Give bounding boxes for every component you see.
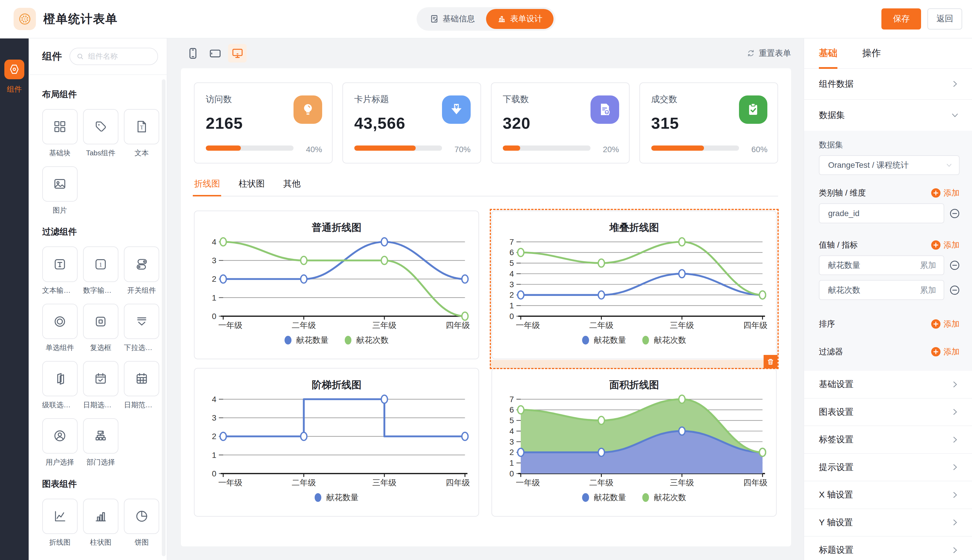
component-item[interactable]: 柱状图 [83,499,119,547]
component-item[interactable]: 基础块 [42,109,78,158]
legend-item[interactable]: 献花次数 [642,335,686,346]
svg-text:5: 5 [509,416,514,425]
settings-section[interactable]: 标题设置 [804,537,972,560]
settings-section[interactable]: X 轴设置 [804,481,972,509]
svg-text:2: 2 [212,432,216,441]
progress-bar [651,145,739,150]
back-button[interactable]: 返回 [927,8,962,30]
remove-metric-button[interactable] [950,260,960,270]
settings-section[interactable]: 基础设置 [804,371,972,398]
component-item[interactable]: Tabs组件 [83,109,119,158]
remove-dimension-button[interactable] [950,208,960,218]
trash-icon [767,358,774,366]
add-sort-button[interactable]: 添加 [931,318,960,330]
section-component-data[interactable]: 组件数据 [804,69,972,100]
reset-form-button[interactable]: 重置表单 [747,48,791,59]
metric-field-1[interactable]: 献花数量 累加 [819,255,944,275]
add-metric-button[interactable]: 添加 [931,240,960,250]
dimension-field[interactable]: grade_id [819,203,944,223]
rail-item-components[interactable] [4,60,24,80]
legend-item[interactable]: 献花数量 [284,335,329,346]
tab-basic[interactable]: 基础 [819,47,837,60]
component-item[interactable]: 文本输入框 [42,247,78,295]
settings-section[interactable]: 提示设置 [804,454,972,482]
stat-card-visits[interactable]: 访问数 2165 40% [194,82,332,164]
legend-item[interactable]: 献花次数 [345,335,389,346]
component-item[interactable]: 单选组件 [42,304,78,352]
settings-section-list: 基础设置 图表设置 标签设置 提示设置 X 轴设置 Y 轴设置 标题设置 [804,371,972,560]
orange-slice-icon [17,12,32,26]
component-item[interactable]: 复选框 [83,304,119,352]
pie-chart-icon [134,509,149,523]
legend-item[interactable]: 献花数量 [315,492,359,503]
tab-basic-info[interactable]: 基础信息 [419,9,486,29]
device-mobile-button[interactable] [184,44,202,62]
tab-bar-charts[interactable]: 柱状图 [239,178,265,196]
tab-actions[interactable]: 操作 [862,47,881,60]
image-icon [52,177,67,191]
component-item[interactable]: 图片 [42,166,78,215]
search-input[interactable] [88,52,137,60]
component-item[interactable]: 饼图 [124,499,159,547]
chart-step-line[interactable]: 阶梯折线图 01234一年级二年级三年级四年级 献花数量 [194,368,479,517]
svg-text:2: 2 [212,275,216,283]
remove-metric-button[interactable] [950,285,960,295]
component-item-label: 开关组件 [124,285,159,295]
table-icon [134,372,149,386]
component-item[interactable]: 级联选择框 [42,361,78,410]
component-item[interactable]: 部门选择 [83,418,119,467]
line-chart-plot: 01234一年级二年级三年级四年级 [201,394,471,488]
tab-form-design[interactable]: 表单设计 [486,9,553,29]
form-sheet[interactable]: 访问数 2165 40% 卡片标题 43,566 [181,68,791,547]
component-item[interactable]: T 文本 [124,109,159,158]
svg-text:二年级: 二年级 [589,321,613,330]
component-item[interactable]: 下拉选择框 [124,304,159,352]
chart-stacked-line[interactable]: 堆叠折线图 01234567一年级二年级三年级四年级 献花数量献花次数 [491,211,777,359]
component-item[interactable]: 用户选择 [42,418,78,467]
panel-scrollbar[interactable] [162,79,165,556]
canvas-toolbar: 重置表单 [167,38,803,68]
component-item[interactable]: 折线图 [42,499,78,547]
section-title: 图表组件 [42,478,158,490]
svg-text:3: 3 [509,437,514,446]
device-desktop-button[interactable] [228,44,247,62]
chart-legend: 献花数量献花次数 [498,492,770,503]
component-item[interactable]: 1 数字输入框 [83,247,119,295]
stat-card-deals[interactable]: 成交数 315 60% [640,82,778,164]
component-item[interactable]: 开关组件 [124,247,159,295]
svg-text:二年级: 二年级 [291,321,316,330]
legend-item[interactable]: 献花数量 [582,492,626,503]
tab-line-charts[interactable]: 折线图 [194,178,220,196]
line-chart-plot: 01234567一年级二年级三年级四年级 [498,394,769,488]
component-search[interactable] [70,48,158,65]
settings-section[interactable]: 标签设置 [804,426,972,454]
svg-text:4: 4 [509,269,514,278]
stat-card-downloads[interactable]: 下载数 320 20% [491,82,630,164]
settings-section[interactable]: Y 轴设置 [804,509,972,537]
chart-normal-line[interactable]: 普通折线图 01234一年级二年级三年级四年级 献花数量献花次数 [194,211,479,359]
svg-text:一年级: 一年级 [218,321,242,330]
chevron-right-icon [950,407,960,417]
delete-widget-button[interactable] [763,355,777,368]
dataset-select[interactable]: OrangeTest / 课程统计 [819,155,960,175]
svg-text:四年级: 四年级 [446,321,470,330]
component-item[interactable]: 日期选择框 [83,361,119,410]
metric-field-2[interactable]: 献花次数 累加 [819,280,944,300]
component-item[interactable]: 日期范围… [124,361,159,410]
device-tablet-button[interactable] [206,44,224,62]
legend-item[interactable]: 献花次数 [642,492,686,503]
input-text-icon [52,257,67,272]
svg-text:0: 0 [509,469,514,478]
section-dataset[interactable]: 数据集 [804,100,972,131]
add-dimension-button[interactable]: 添加 [931,187,960,198]
save-button[interactable]: 保存 [882,8,921,30]
tab-other-charts[interactable]: 其他 [283,178,301,196]
stat-card-title[interactable]: 卡片标题 43,566 ¥ 70% [342,82,481,164]
add-filter-button[interactable]: 添加 [931,346,960,357]
settings-section[interactable]: 图表设置 [804,398,972,427]
legend-item[interactable]: 献花数量 [582,335,626,346]
section-title: 过滤组件 [42,226,158,238]
chart-area-line[interactable]: 面积折线图 01234567一年级二年级三年级四年级 献花数量献花次数 [491,368,777,517]
file-upload-icon [591,95,619,124]
component-item-label: 单选组件 [42,343,78,352]
